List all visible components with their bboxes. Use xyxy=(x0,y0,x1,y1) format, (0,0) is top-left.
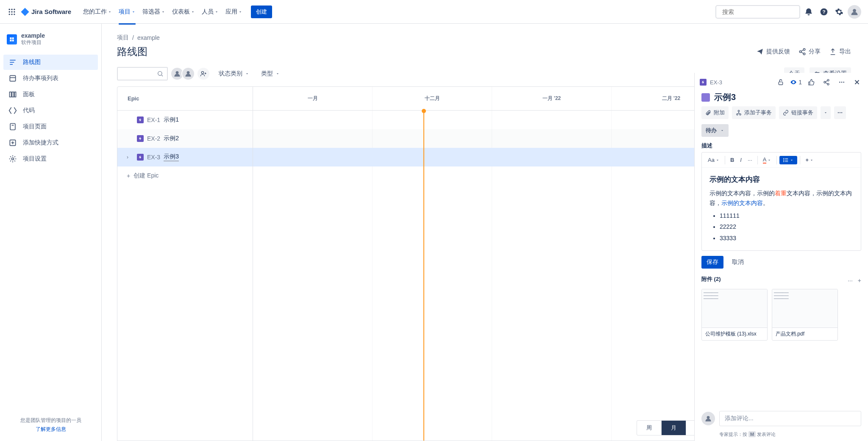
attachment-card[interactable]: ═════════════════════公司维护模板 (13).xlsx xyxy=(701,289,768,341)
link-issue-button[interactable]: 链接事务 xyxy=(779,106,817,119)
list-button[interactable] xyxy=(779,156,797,164)
text-color-button[interactable]: A xyxy=(760,155,774,165)
description-editor[interactable]: Aa B I ··· A + 示例的文本内容 示例的文本内容，示例的着重文本内容… xyxy=(701,152,861,251)
nav-仪表板[interactable]: 仪表板 xyxy=(169,6,198,17)
svg-rect-14 xyxy=(10,37,11,39)
breadcrumb: 项目 / example xyxy=(117,34,851,42)
attachment-card[interactable]: ═════════════════════产品文档.pdf xyxy=(772,289,838,341)
svg-rect-20 xyxy=(10,92,11,97)
app-switcher-icon[interactable] xyxy=(7,7,17,17)
breadcrumb-item[interactable]: example xyxy=(137,34,160,41)
editor-content[interactable]: 示例的文本内容 示例的文本内容，示例的着重文本内容，示例的文本内容，示例的文本内… xyxy=(702,168,861,250)
issue-title[interactable]: 示例3 xyxy=(714,92,736,103)
cancel-button[interactable]: 取消 xyxy=(727,256,749,269)
svg-point-60 xyxy=(784,158,785,159)
more-format-button[interactable]: ··· xyxy=(745,155,755,164)
top-nav: Jira Software 您的工作项目筛选器仪表板人员应用 创建 ? xyxy=(0,0,868,24)
svg-point-6 xyxy=(9,14,10,15)
svg-point-50 xyxy=(841,82,843,83)
project-header[interactable]: example 软件项目 xyxy=(0,24,101,51)
svg-point-38 xyxy=(201,72,203,74)
add-child-button[interactable]: 添加子事务 xyxy=(732,106,776,119)
zoom-month[interactable]: 月 xyxy=(662,421,686,435)
settings-icon[interactable] xyxy=(832,5,846,19)
feedback-button[interactable]: 提供反馈 xyxy=(756,48,790,55)
epic-row-EX-1[interactable]: EX-1示例1 xyxy=(117,111,253,129)
text-style-button[interactable]: Aa xyxy=(705,155,722,164)
sidebar-item-5[interactable]: 添加快捷方式 xyxy=(3,135,98,150)
epic-color-swatch[interactable] xyxy=(701,93,710,102)
nav-筛选器[interactable]: 筛选器 xyxy=(139,6,169,17)
epic-search[interactable] xyxy=(117,67,168,80)
nav-您的工作[interactable]: 您的工作 xyxy=(80,6,115,17)
project-name: example xyxy=(21,32,45,39)
close-icon[interactable] xyxy=(851,76,863,88)
epic-type-icon xyxy=(700,79,707,86)
export-button[interactable]: 导出 xyxy=(829,48,851,55)
svg-rect-65 xyxy=(785,161,788,161)
link-dropdown-icon[interactable] xyxy=(821,106,831,119)
create-button[interactable]: 创建 xyxy=(251,6,272,18)
share-button[interactable]: 分享 xyxy=(798,48,821,55)
profile-avatar[interactable] xyxy=(848,5,861,19)
nav-项目[interactable]: 项目 xyxy=(115,6,139,17)
save-button[interactable]: 保存 xyxy=(701,256,723,269)
italic-button[interactable]: I xyxy=(737,155,744,164)
logo-text: Jira Software xyxy=(31,8,71,15)
expand-icon[interactable]: › xyxy=(127,154,134,160)
issue-detail-panel: EX-3 1 示例3 附加 添加子事务 链接事务 待办 描述 Aa xyxy=(694,73,868,441)
status-dropdown[interactable]: 待办 xyxy=(701,124,729,137)
sidebar-item-3[interactable]: 代码 xyxy=(3,103,98,118)
svg-rect-64 xyxy=(785,160,788,160)
more-actions-icon[interactable] xyxy=(834,106,846,119)
svg-point-49 xyxy=(839,82,840,83)
insert-button[interactable]: + xyxy=(803,155,816,164)
epic-row-EX-3[interactable]: ›EX-3示例3 xyxy=(117,148,253,166)
global-search[interactable] xyxy=(715,5,800,19)
create-epic-button[interactable]: +创建 Epic xyxy=(117,166,253,185)
sidebar-item-4[interactable]: 项目页面 xyxy=(3,119,98,134)
more-icon[interactable] xyxy=(836,76,848,88)
notifications-icon[interactable] xyxy=(802,5,815,19)
sidebar-item-1[interactable]: 待办事项列表 xyxy=(3,71,98,86)
add-people-icon[interactable] xyxy=(197,67,210,80)
sidebar-footer: 您是团队管理的项目的一员 了解更多信息 xyxy=(0,409,101,441)
month-header: 一月 xyxy=(253,87,373,110)
bold-button[interactable]: B xyxy=(728,155,737,164)
svg-point-61 xyxy=(784,159,785,160)
nav-应用[interactable]: 应用 xyxy=(222,6,246,17)
add-attachment-icon[interactable]: + xyxy=(858,277,861,284)
watch-button[interactable]: 1 xyxy=(790,76,802,88)
status-filter[interactable]: 状态类别 xyxy=(215,67,253,80)
svg-rect-21 xyxy=(12,92,14,97)
learn-more-link[interactable]: 了解更多信息 xyxy=(36,426,66,432)
sidebar-item-6[interactable]: 项目设置 xyxy=(3,151,98,166)
svg-point-1 xyxy=(11,8,12,10)
breadcrumb-root[interactable]: 项目 xyxy=(117,34,129,42)
avatar-2[interactable] xyxy=(181,67,195,80)
like-icon[interactable] xyxy=(805,76,817,88)
share-icon[interactable] xyxy=(821,76,832,88)
comment-input[interactable]: 添加评论... xyxy=(719,411,861,426)
svg-point-46 xyxy=(827,83,829,85)
svg-rect-18 xyxy=(10,75,15,81)
svg-line-48 xyxy=(826,83,828,84)
type-filter[interactable]: 类型 xyxy=(258,67,283,80)
nav-人员[interactable]: 人员 xyxy=(198,6,222,17)
footer-text: 您是团队管理的项目的一员 xyxy=(7,416,95,425)
sidebar-item-0[interactable]: 路线图 xyxy=(3,55,98,70)
issue-key[interactable]: EX-3 xyxy=(710,79,771,86)
assignee-filter xyxy=(173,67,210,80)
jira-logo[interactable]: Jira Software xyxy=(20,7,71,17)
svg-line-47 xyxy=(826,80,828,82)
lock-icon[interactable] xyxy=(775,76,787,88)
svg-point-54 xyxy=(738,110,740,112)
zoom-week[interactable]: 周 xyxy=(637,421,662,435)
search-input[interactable] xyxy=(722,8,796,15)
help-icon[interactable]: ? xyxy=(817,5,831,19)
attach-button[interactable]: 附加 xyxy=(701,106,729,119)
sidebar-item-2[interactable]: 面板 xyxy=(3,87,98,102)
attachments-more-icon[interactable]: ··· xyxy=(848,277,853,284)
svg-rect-22 xyxy=(14,92,16,97)
epic-row-EX-2[interactable]: EX-2示例2 xyxy=(117,129,253,148)
